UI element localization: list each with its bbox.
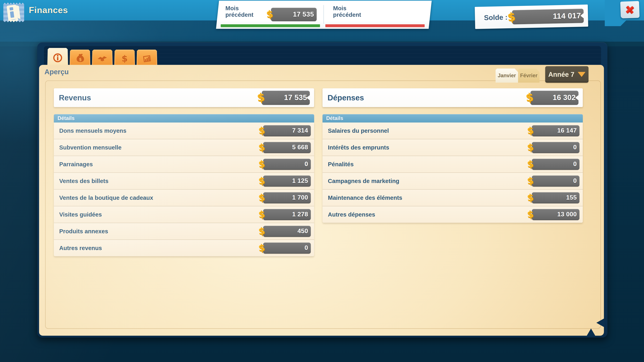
prev-month-income-label: Mois précédent: [226, 5, 254, 18]
dollar-icon: $: [119, 53, 130, 64]
overview-panel: Aperçu Janvier Février Année 7 Revenus 1…: [39, 65, 604, 336]
money-value: 0: [304, 161, 308, 168]
table-row: Produits annexes450$: [54, 223, 314, 240]
money-value: 0: [304, 244, 308, 251]
money-value: 0: [573, 161, 577, 168]
money-badge: 0$: [259, 243, 311, 254]
money-badge: 0$: [528, 175, 580, 187]
table-row: Autres dépenses13 000$: [322, 206, 583, 223]
money-value: 1 125: [292, 177, 308, 184]
table-row: Salaires du personnel16 147$: [322, 122, 583, 139]
row-label: Ventes de la boutique de cadeaux: [59, 194, 153, 201]
finances-window: $ $: [37, 42, 608, 338]
money-badge: 0$: [528, 159, 580, 170]
row-label: Subvention mensuelle: [59, 144, 122, 151]
dollar-icon: $: [258, 225, 266, 237]
dollar-icon: $: [526, 158, 534, 170]
dollar-icon: $: [258, 192, 266, 203]
info-icon: [52, 52, 63, 63]
handshake-icon: [97, 53, 108, 64]
money-value: 1 700: [292, 194, 308, 201]
money-badge: 450$: [259, 226, 311, 237]
money-badge: 5 668$: [259, 142, 311, 153]
money-badge: 155$: [528, 192, 580, 203]
close-button[interactable]: [620, 1, 640, 18]
money-value: 0: [573, 144, 577, 151]
table-row: Parrainages0$: [54, 156, 314, 173]
money-value: 5 668: [292, 144, 308, 151]
resize-grip[interactable]: [586, 329, 596, 336]
money-badge: 1 125$: [259, 175, 311, 187]
table-row: Ventes des billets1 125$: [54, 173, 314, 190]
expenses-card: Dépenses 16 302 $: [322, 88, 583, 107]
resize-grip[interactable]: [596, 318, 604, 327]
row-label: Produits annexes: [59, 228, 108, 235]
dollar-icon: $: [526, 175, 534, 187]
year-dropdown-label: Année 7: [548, 71, 574, 78]
dollar-icon: $: [526, 141, 534, 153]
period-selector: Janvier Février Année 7: [496, 66, 588, 83]
row-label: Autres revenus: [59, 245, 102, 251]
dollar-icon: $: [266, 8, 274, 20]
money-value: 450: [298, 228, 308, 235]
prev-month-expense-label: Mois précédent: [333, 5, 361, 18]
svg-text:$: $: [79, 57, 82, 62]
money-badge: 17 535 $: [267, 8, 317, 21]
dollar-icon: $: [525, 91, 534, 104]
svg-text:$: $: [122, 53, 128, 63]
table-row: Pénalités0$: [322, 156, 583, 173]
table-row: Visites guidées1 278$: [54, 206, 314, 223]
balance-label: Solde :: [484, 13, 508, 22]
page-title: Aperçu: [44, 68, 69, 76]
money-bag-icon: $: [75, 53, 85, 64]
revenues-table: Dons mensuels moyens7 314$Subvention men…: [54, 122, 314, 256]
money-value: 0: [573, 177, 577, 184]
money-badge: 0$: [259, 159, 311, 170]
money-value: 17 535: [293, 10, 314, 18]
row-label: Intérêts des emprunts: [328, 144, 389, 151]
card-title: Revenus: [59, 93, 91, 102]
dollar-icon: $: [507, 10, 516, 24]
table-row: Dons mensuels moyens7 314$: [54, 122, 314, 139]
ledger-book-icon: [3, 2, 24, 23]
money-value: 1 278: [292, 211, 308, 218]
caret-down-icon: [578, 72, 586, 77]
bar-chart-icon: [142, 53, 152, 64]
month-tab-janvier[interactable]: Janvier: [496, 68, 518, 83]
expense-underline-bar: [325, 24, 425, 27]
close-icon: [625, 5, 635, 15]
pill-notch: [580, 13, 584, 18]
card-title: Dépenses: [328, 93, 364, 102]
money-badge: 13 000$: [528, 209, 580, 220]
table-row: Ventes de la boutique de cadeaux1 700$: [54, 190, 314, 206]
money-value: 114 017: [553, 11, 581, 21]
balance-box: Solde : 114 017 $: [475, 4, 588, 29]
row-label: Parrainages: [59, 161, 93, 168]
revenues-column: Revenus 17 535 $ Détails Dons mensuels m…: [54, 88, 314, 107]
row-label: Campagnes de marketing: [328, 178, 399, 184]
money-value: 7 314: [292, 127, 308, 134]
table-row: Subvention mensuelle5 668$: [54, 139, 314, 156]
money-value: 16 302: [552, 93, 576, 102]
money-badge: 17 535 $: [258, 91, 310, 105]
money-badge: 16 147$: [528, 125, 580, 136]
month-tab-fevrier[interactable]: Février: [518, 68, 540, 83]
money-badge: 114 017 $: [508, 8, 584, 24]
row-label: Autres dépenses: [328, 211, 375, 218]
dollar-icon: $: [258, 242, 266, 254]
money-value: 17 535: [284, 93, 307, 102]
money-badge: 1 700$: [259, 192, 311, 203]
money-badge: 1 278$: [259, 209, 311, 220]
money-value: 16 147: [557, 127, 577, 134]
expenses-table: Salaires du personnel16 147$Intérêts des…: [322, 122, 583, 223]
money-value: 13 000: [557, 211, 577, 218]
dollar-icon: $: [258, 125, 266, 136]
money-badge: 16 302 $: [526, 91, 578, 105]
dollar-icon: $: [526, 125, 534, 136]
row-label: Ventes des billets: [59, 178, 108, 184]
money-value: 155: [566, 194, 577, 201]
expenses-column: Dépenses 16 302 $ Détails Salaires du pe…: [322, 88, 583, 107]
year-dropdown[interactable]: Année 7: [545, 66, 588, 83]
row-label: Pénalités: [328, 161, 354, 168]
row-label: Dons mensuels moyens: [59, 127, 126, 134]
